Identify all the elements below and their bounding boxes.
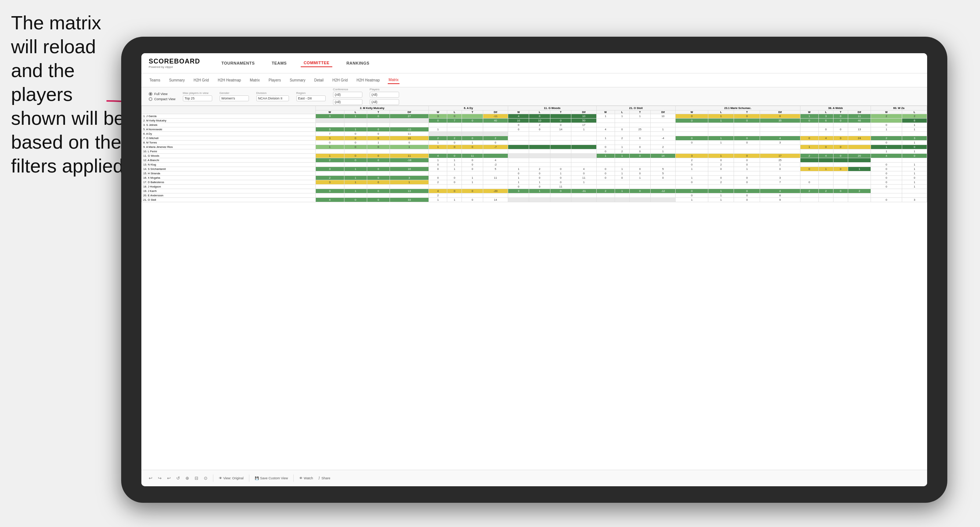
cell: 4 [429,189,447,194]
cell: 0 [550,180,571,184]
players-select[interactable]: (All) [370,92,399,98]
sub-nav-h2h-heatmap[interactable]: H2H Heatmap [217,77,242,84]
sub-nav-summary[interactable]: Summary [168,77,185,84]
cell [708,123,734,127]
zoom-icon[interactable]: ⊕ [185,476,189,481]
cell [344,123,367,127]
refresh-icon[interactable]: ↺ [176,476,180,481]
players-select2[interactable]: (All) [370,99,399,105]
col-w4: W [596,111,615,114]
cell: 11 [483,176,508,180]
cell [462,132,483,136]
sub-nav-detail[interactable]: Detail [313,77,325,84]
top-navigation: SCOREBOARD Powered by clippd TOURNAMENTS… [142,53,927,73]
watch-btn[interactable]: 👁 Watch [299,476,313,480]
table-row: 12. A Bianchi 2 0 0 -18 1 1 0 4 [142,158,927,163]
col-w6: W [800,111,818,114]
compact-view-option[interactable]: Compact View [149,97,175,101]
full-view-radio[interactable] [149,92,153,96]
cell [429,132,447,136]
cell: 4 [483,158,508,163]
cell [708,149,734,154]
cell [596,119,615,123]
view-original-btn[interactable]: 👁 View: Original [219,476,243,480]
clock-icon[interactable]: ⊙ [204,476,207,481]
conference-select[interactable]: (All) [333,92,363,98]
cell: 17 [760,154,800,158]
cell: 0 [629,145,650,149]
share-btn[interactable]: ⤴ Share [318,476,330,480]
conference-select2[interactable]: (All) [333,99,363,105]
cell: 0 [367,180,390,184]
sub-nav-teams[interactable]: Teams [149,77,161,84]
cell: 0 [833,154,848,158]
region-select[interactable]: East - DII [296,95,326,101]
max-players-select[interactable]: Top 25 [183,95,212,101]
col-header-dy: 6. A Dy [429,106,508,111]
sub-nav-h2h-grid2[interactable]: H2H Grid [332,77,348,84]
cell: 0 [447,145,462,149]
nav-tournaments[interactable]: TOURNAMENTS [218,59,258,67]
cell: 1 [447,163,462,167]
cell [529,136,550,141]
compact-view-radio[interactable] [149,97,153,101]
cell: 0 [676,114,708,119]
cell: 1 [344,180,367,184]
nav-committee[interactable]: COMMITTEE [301,59,332,67]
sub-nav-matrix[interactable]: Matrix [249,77,260,84]
player-name: 19. J Karrh [142,189,316,194]
cell [800,123,818,127]
cell [818,180,833,184]
nav-teams[interactable]: TEAMS [269,59,290,67]
cell: 1 [529,180,550,184]
cell: 18 [390,136,429,141]
cell [529,158,550,163]
cell: 1 [902,127,927,132]
back-icon[interactable]: ↩ [167,476,171,481]
undo-icon[interactable]: ↩ [149,476,153,481]
cell [818,176,833,180]
cell: 1 [596,114,615,119]
nav-rankings[interactable]: RANKINGS [343,59,372,67]
save-custom-btn[interactable]: 💾 Save Custom View [255,476,288,480]
sub-nav-summary2[interactable]: Summary [289,77,306,84]
layout-icon[interactable]: ⊟ [195,476,198,481]
cell: 2 [529,167,550,171]
cell: 0 [818,145,833,149]
cell [315,163,344,167]
cell: 14 [483,198,508,202]
gender-select[interactable]: Women's [220,95,249,101]
redo-icon[interactable]: ↪ [158,476,162,481]
matrix-area[interactable]: 2. M Kelly Mulcahy 6. A Dy 11. G Woods 2… [142,106,927,470]
cell [447,194,462,198]
cell: 0 [629,154,650,158]
table-row: 18. J Hodgson 0 0 11 [142,184,927,189]
sub-nav-matrix2[interactable]: Matrix [388,76,399,84]
cell: 1 [871,149,902,154]
cell: 0 [734,194,760,198]
cell: 6 [818,119,833,123]
cell [818,149,833,154]
cell: 1 [571,180,596,184]
cell: 2 [848,189,870,194]
filters-bar: Full View Compact View Max players in vi… [142,87,927,106]
cell: 1 [571,127,596,132]
cell: 1 [596,154,615,158]
cell: 1 [615,154,629,158]
cell [734,149,760,154]
cell: 1 [596,136,615,141]
cell: 0 [760,167,800,171]
cell [367,171,390,176]
cell [429,171,447,176]
cell [571,145,596,149]
cell: 0 [462,119,483,123]
cell: -11 [483,114,508,119]
cell [734,127,760,132]
cell [429,184,447,189]
sub-nav-players[interactable]: Players [268,77,282,84]
sub-nav-h2h-grid[interactable]: H2H Grid [193,77,210,84]
full-view-option[interactable]: Full View [149,92,175,96]
division-select[interactable]: NCAA Division II [256,95,289,101]
cell: -31 [571,189,596,194]
sub-nav-h2h-heatmap2[interactable]: H2H Heatmap [356,77,380,84]
